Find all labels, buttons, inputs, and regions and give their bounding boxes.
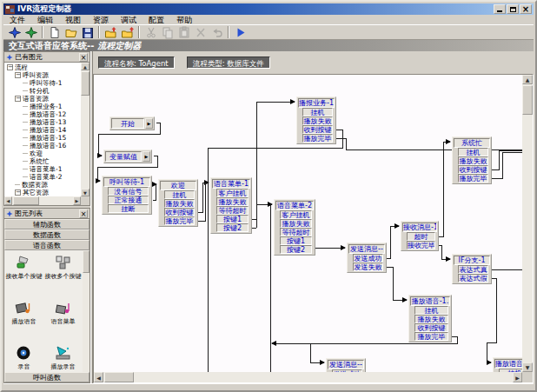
flow-node-sys-busy[interactable]: 系统忙挂机播放失败收到按键播放完毕 [452,136,492,184]
tree-item-播放语音-16[interactable]: 播放语音-16 [5,142,81,149]
node-port-播放失败[interactable]: 播放失败 [216,197,249,206]
node-port-按键1[interactable]: 按键1 [280,236,312,245]
node-port-收到按键[interactable]: 收到按键 [414,323,448,332]
menu-item-4[interactable]: 资源 [87,15,115,25]
run-button[interactable] [232,25,249,39]
node-port-发送成功[interactable]: 发送成功 [353,254,383,262]
nav-back-diamond-button[interactable] [6,25,23,39]
flow-node-start[interactable]: 开始▶ [109,116,155,130]
scroll-right-icon[interactable]: ▶ [73,196,81,205]
category-call-functions[interactable]: 呼叫函数 [4,372,90,382]
node-port-按键2[interactable]: 按键2 [216,223,249,232]
tree-item-播放语音-15[interactable]: 播放语音-15 [5,134,81,142]
tree-vertical-scrollbar[interactable]: ▲ ▼ [81,63,90,196]
tree-item-欢迎[interactable]: 欢迎 [5,149,81,157]
flow-canvas[interactable]: 开始▶变量赋值▶呼叫等待-1没有信号正常接通挂断欢迎挂机播放失败收到按键播放完毕… [94,75,522,372]
category-2[interactable]: 数据函数 [4,229,90,240]
minimize-button[interactable] [494,4,506,14]
node-expand-button[interactable]: ▶ [145,118,153,129]
category-3[interactable]: 语音函数 [4,240,90,250]
node-port-客户挂机[interactable]: 客户挂机 [280,210,312,219]
palette-item-录音[interactable]: 录音 [4,344,43,372]
tree-expand-icon[interactable]: − [15,189,21,196]
palette-panel-close-button[interactable]: × [79,209,88,218]
flow-node-voice-menu-1[interactable]: 语音菜单-1客户挂机播放失败等待超时按键1按键2 [210,177,252,234]
node-port-播放完毕[interactable]: 播放完毕 [414,332,448,341]
flow-node-recv-msg-1[interactable]: 接收消息-1超时接收完毕 [401,221,439,251]
menu-item-2[interactable]: 编辑 [31,15,59,25]
scroll-right-icon[interactable]: ▶ [513,372,522,382]
node-port-挂断[interactable]: 挂断 [108,204,149,213]
tree-item-转分机[interactable]: 转分机 [5,87,81,95]
node-port-等待超时[interactable]: 等待超时 [216,206,249,215]
maximize-button[interactable] [507,4,519,14]
flow-node-if-branch-1[interactable]: IF分支-1表达式真表达式假 [452,254,492,284]
node-port-收到按键[interactable]: 收到按键 [302,125,333,134]
menu-item-7[interactable]: 帮助 [170,15,198,25]
node-port-接收完毕[interactable]: 接收完毕 [407,241,435,249]
scroll-thumb[interactable] [13,196,39,205]
scroll-down-icon[interactable]: ▼ [81,189,90,196]
scroll-left-icon[interactable]: ◀ [94,372,103,382]
node-port-没有信号[interactable]: 没有信号 [108,187,149,196]
tree-item-语音菜单-1[interactable]: 语音菜单-1 [5,165,81,173]
flow-node-broadcast-1[interactable]: 播报业务-1挂机播放失败收到按键播放完毕 [296,96,336,144]
canvas-horizontal-scrollbar[interactable]: ◀ ▶ [94,372,522,382]
category-1[interactable]: 辅助函数 [4,219,90,229]
tree-item-语音资源[interactable]: −语音资源 [5,95,81,103]
close-button[interactable]: × [520,4,532,14]
tree-item-呼叫等待-1[interactable]: 呼叫等待-1 [5,79,81,87]
tree-item-流程[interactable]: −流程 [5,63,81,71]
new-file-button[interactable] [46,25,63,39]
tree-item-系统忙[interactable]: 系统忙 [5,157,81,165]
node-port-播放失败[interactable]: 播放失败 [164,199,195,208]
palette-item-接收单个按键[interactable]: 接收单个按键 [4,254,43,297]
node-port-等待超时[interactable]: 等待超时 [280,228,312,236]
flow-node-play-voice-1b[interactable]: 播放语音-1.挂机播放失败 [493,357,522,372]
scroll-thumb[interactable] [522,85,533,115]
scroll-thumb[interactable] [81,71,90,96]
node-port-超时[interactable]: 超时 [407,232,435,241]
node-port-按键2[interactable]: 按键2 [280,245,312,254]
export-flow-button[interactable] [103,25,119,39]
flow-node-voice-menu-2[interactable]: 语音菜单-2客户挂机播放失败等待超时按键1按键2 [274,199,315,256]
nav-forward-diamond-button[interactable] [23,25,39,39]
scroll-down-icon[interactable]: ▼ [522,362,533,372]
menu-item-3[interactable]: 视图 [59,15,87,25]
node-port-挂机[interactable]: 挂机 [414,306,448,315]
node-port-挂机[interactable]: 挂机 [164,190,195,199]
node-port-发送失败[interactable]: 发送失败 [353,262,383,271]
tree-item-呼叫资源[interactable]: −呼叫资源 [5,71,81,79]
palette-scrollbar[interactable] [83,250,90,372]
flow-node-send-msg-bottom[interactable]: 发送消息--发送成功发送失败 [326,358,366,372]
scroll-up-icon[interactable]: ▲ [81,63,90,70]
menu-item-5[interactable]: 调试 [115,15,143,25]
title-bar[interactable]: IVR流程定制器 × [3,3,534,15]
palette-item-接收多个按键[interactable]: 接收多个按键 [43,254,83,297]
canvas-vertical-scrollbar[interactable]: ▲ ▼ [522,75,533,372]
node-port-播放失败[interactable]: 播放失败 [414,315,448,323]
tree-expand-icon[interactable]: − [15,72,21,78]
tree-horizontal-scrollbar[interactable]: ◀ ▶ [4,196,81,205]
node-port-挂机[interactable]: 挂机 [302,108,333,116]
tree-item-语音菜单-2[interactable]: 语音菜单-2 [5,173,81,181]
node-port-表达式假[interactable]: 表达式假 [458,274,488,282]
menu-item-6[interactable]: 配置 [143,15,170,25]
tree-item-播放语音-12[interactable]: 播放语音-12 [5,110,81,118]
tree-item-其它资源[interactable]: −其它资源 [5,189,81,196]
node-port-挂机[interactable]: 挂机 [458,148,488,156]
palette-item-语音菜单[interactable]: 语音菜单 [43,299,83,342]
flow-node-welcome[interactable]: 欢迎挂机播放失败收到按键播放完毕 [158,179,198,227]
import-flow-button[interactable] [119,25,136,39]
node-port-播放完毕[interactable]: 播放完毕 [302,134,333,143]
tree-item-数据资源[interactable]: 数据资源 [5,181,81,189]
scroll-thumb[interactable] [104,372,134,382]
elements-panel-close-button[interactable]: × [79,53,88,62]
open-folder-button[interactable] [63,25,79,39]
menu-item-1[interactable]: 文件 [3,15,31,25]
node-port-播放完毕[interactable]: 播放完毕 [164,216,195,225]
tree-item-播放语音-13[interactable]: 播放语音-13 [5,118,81,126]
flow-node-call-wait-1[interactable]: 呼叫等待-1没有信号正常接通挂断 [102,176,152,215]
node-port-收到按键[interactable]: 收到按键 [164,208,195,216]
node-port-播放失败[interactable]: 播放失败 [458,156,488,165]
